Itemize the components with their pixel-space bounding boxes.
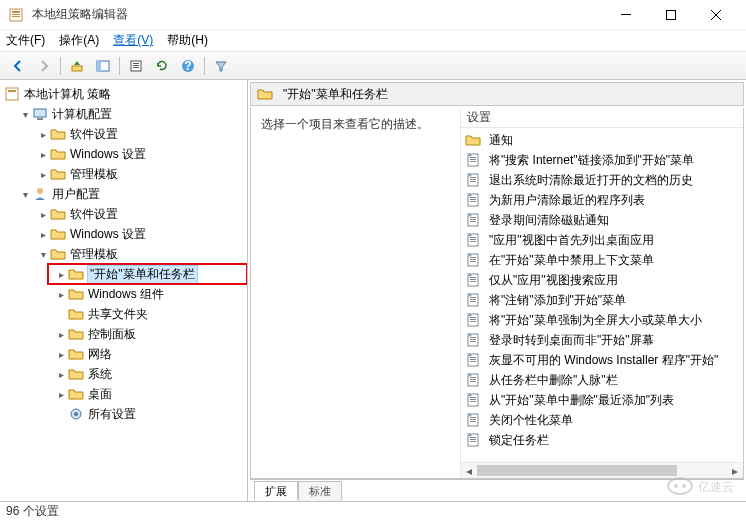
svg-rect-55	[470, 281, 476, 282]
tree-item[interactable]: ▸系统	[0, 364, 247, 384]
svg-rect-33	[470, 197, 476, 198]
settings-icon	[68, 406, 84, 422]
expand-icon[interactable]: ▸	[36, 129, 50, 140]
menu-help[interactable]: 帮助(H)	[167, 32, 208, 49]
tree-item[interactable]: ▸Windows 设置	[0, 144, 247, 164]
expand-icon[interactable]: ▸	[54, 269, 68, 280]
settings-item[interactable]: 灰显不可用的 Windows Installer 程序"开始"	[461, 350, 743, 370]
expand-icon[interactable]: ▸	[54, 389, 68, 400]
settings-item[interactable]: 将"注销"添加到"开始"菜单	[461, 290, 743, 310]
maximize-button[interactable]	[648, 0, 693, 30]
svg-rect-10	[133, 63, 139, 64]
close-button[interactable]	[693, 0, 738, 30]
settings-item[interactable]: 在"开始"菜单中禁用上下文菜单	[461, 250, 743, 270]
tree-item[interactable]: ▸Windows 设置	[0, 224, 247, 244]
back-button[interactable]	[6, 54, 30, 78]
expand-icon[interactable]: ▸	[36, 169, 50, 180]
tree-item[interactable]: ▸管理模板	[0, 164, 247, 184]
settings-item[interactable]: 从任务栏中删除"人脉"栏	[461, 370, 743, 390]
tree-item[interactable]: ▸控制面板	[0, 324, 247, 344]
expand-icon[interactable]: ▸	[54, 329, 68, 340]
tree-user-config[interactable]: ▾ 用户配置	[0, 184, 247, 204]
help-button[interactable]: ?	[176, 54, 200, 78]
expand-icon[interactable]: ▸	[54, 369, 68, 380]
svg-rect-17	[34, 109, 46, 117]
settings-item[interactable]: 从"开始"菜单中删除"最近添加"列表	[461, 390, 743, 410]
settings-item[interactable]: "应用"视图中首先列出桌面应用	[461, 230, 743, 250]
settings-item[interactable]: 退出系统时清除最近打开的文档的历史	[461, 170, 743, 190]
settings-item-label: 将"注销"添加到"开始"菜单	[489, 292, 626, 309]
up-button[interactable]	[65, 54, 89, 78]
scroll-thumb[interactable]	[477, 465, 677, 476]
tree-root[interactable]: 本地计算机 策略	[0, 84, 247, 104]
policy-icon	[465, 152, 481, 168]
tree-item[interactable]: ▸软件设置	[0, 124, 247, 144]
settings-item[interactable]: 为新用户清除最近的程序列表	[461, 190, 743, 210]
computer-icon	[32, 106, 48, 122]
svg-text:?: ?	[184, 59, 191, 73]
settings-item-label: 登录时转到桌面而非"开始"屏幕	[489, 332, 654, 349]
tree-all-settings[interactable]: 所有设置	[0, 404, 247, 424]
settings-item-label: 退出系统时清除最近打开的文档的历史	[489, 172, 693, 189]
svg-rect-34	[470, 199, 476, 200]
settings-item[interactable]: 将"搜索 Internet"链接添加到"开始"菜单	[461, 150, 743, 170]
svg-rect-44	[470, 239, 476, 240]
show-hide-button[interactable]	[91, 54, 115, 78]
collapse-icon[interactable]: ▾	[18, 189, 32, 200]
policy-icon	[465, 432, 481, 448]
tree-item[interactable]: ▸桌面	[0, 384, 247, 404]
tab-extended[interactable]: 扩展	[254, 481, 298, 501]
refresh-button[interactable]	[150, 54, 174, 78]
tree-admin-templates-user[interactable]: ▾管理模板	[0, 244, 247, 264]
expand-icon[interactable]: ▸	[54, 289, 68, 300]
settings-item[interactable]: 登录时转到桌面而非"开始"屏幕	[461, 330, 743, 350]
tree-item[interactable]: 共享文件夹	[0, 304, 247, 324]
settings-column-header[interactable]: 设置	[461, 108, 743, 128]
tree-item[interactable]: ▸Windows 组件	[0, 284, 247, 304]
toolbar: ?	[0, 52, 746, 80]
expand-icon[interactable]: ▸	[54, 349, 68, 360]
svg-rect-90	[470, 421, 476, 422]
collapse-icon[interactable]: ▾	[36, 249, 50, 260]
svg-rect-94	[470, 439, 476, 440]
svg-rect-84	[470, 399, 476, 400]
menu-action[interactable]: 操作(A)	[59, 32, 99, 49]
tree-item[interactable]: ▸软件设置	[0, 204, 247, 224]
svg-rect-88	[470, 417, 476, 418]
svg-rect-79	[470, 379, 476, 380]
collapse-icon[interactable]: ▾	[18, 109, 32, 120]
settings-folder[interactable]: 通知	[461, 130, 743, 150]
window-title: 本地组策略编辑器	[32, 6, 603, 23]
menu-view[interactable]: 查看(V)	[113, 32, 153, 49]
policy-icon	[465, 352, 481, 368]
tree-start-taskbar[interactable]: ▸"开始"菜单和任务栏	[48, 264, 239, 284]
expand-icon[interactable]: ▸	[36, 209, 50, 220]
svg-rect-60	[470, 301, 476, 302]
forward-button[interactable]	[32, 54, 56, 78]
svg-rect-15	[6, 88, 18, 100]
svg-rect-80	[470, 381, 476, 382]
policy-icon	[465, 272, 481, 288]
tab-standard[interactable]: 标准	[298, 481, 342, 501]
svg-rect-50	[470, 261, 476, 262]
scroll-left-icon[interactable]: ◂	[461, 463, 477, 478]
settings-item[interactable]: 仅从"应用"视图搜索应用	[461, 270, 743, 290]
tree-item[interactable]: ▸网络	[0, 344, 247, 364]
settings-item[interactable]: 关闭个性化菜单	[461, 410, 743, 430]
filter-button[interactable]	[209, 54, 233, 78]
folder-open-icon	[257, 86, 273, 102]
properties-button[interactable]	[124, 54, 148, 78]
settings-item[interactable]: 将"开始"菜单强制为全屏大小或菜单大小	[461, 310, 743, 330]
expand-icon[interactable]: ▸	[36, 229, 50, 240]
svg-rect-6	[72, 66, 82, 71]
settings-item[interactable]: 登录期间清除磁贴通知	[461, 210, 743, 230]
expand-icon[interactable]: ▸	[36, 149, 50, 160]
policy-icon	[465, 292, 481, 308]
minimize-button[interactable]	[603, 0, 648, 30]
policy-icon	[465, 392, 481, 408]
tree-computer-config[interactable]: ▾ 计算机配置	[0, 104, 247, 124]
menu-file[interactable]: 文件(F)	[6, 32, 45, 49]
tree-panel: 本地计算机 策略 ▾ 计算机配置 ▸软件设置 ▸Windows 设置 ▸管理模板…	[0, 80, 248, 501]
svg-rect-74	[470, 359, 476, 360]
settings-item[interactable]: 锁定任务栏	[461, 430, 743, 450]
